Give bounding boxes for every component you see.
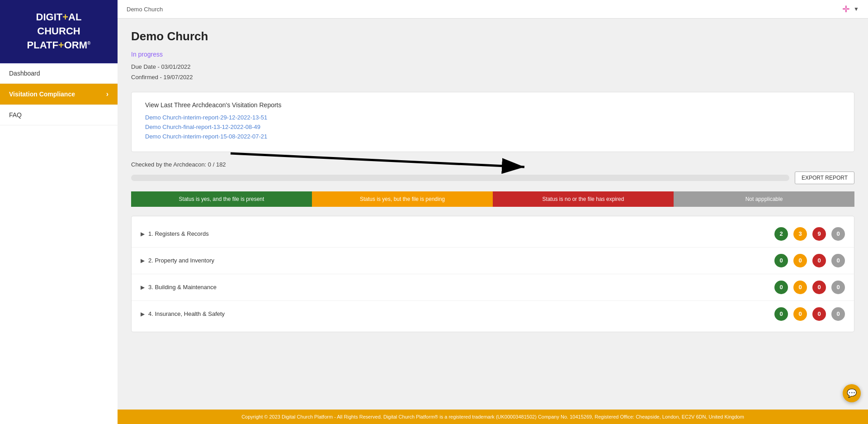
count-yellow-2: 0 <box>793 254 807 267</box>
reports-card: View Last Three Archdeacon's Visitation … <box>131 92 854 152</box>
expand-icon-3[interactable]: ▶ <box>141 284 145 291</box>
count-gray-3: 0 <box>831 281 845 294</box>
logo-line1: DIGIT+AL <box>27 10 91 24</box>
confirmed-date: Confirmed - 19/07/2022 <box>131 72 854 82</box>
category-name-3: 3. Building & Maintenance <box>148 284 774 291</box>
sidebar-item-label: Visitation Compliance <box>9 91 75 98</box>
count-gray-4: 0 <box>831 307 845 321</box>
chat-bubble[interactable]: 💬 <box>843 384 861 402</box>
count-yellow-1: 3 <box>793 227 807 241</box>
count-gray-2: 0 <box>831 254 845 267</box>
progress-label: Checked by the Archdeacon: 0 / 182 <box>131 161 854 168</box>
topbar-right: ✛ ▼ <box>842 4 859 14</box>
expand-icon-4[interactable]: ▶ <box>141 311 145 317</box>
sidebar-nav: Dashboard Visitation Compliance › FAQ <box>0 63 118 424</box>
categories-card: ▶ 1. Registers & Records 2 3 9 0 ▶ 2. Pr… <box>131 216 854 332</box>
table-row: ▶ 4. Insurance, Health & Safety 0 0 0 0 <box>132 301 854 327</box>
sidebar-item-dashboard[interactable]: Dashboard <box>0 63 118 84</box>
sidebar-logo: DIGIT+AL CHURCH PLATF+ORM® <box>0 0 118 63</box>
legend-red: Status is no or the file has expired <box>493 191 674 207</box>
count-green-2: 0 <box>774 254 788 267</box>
reports-heading: View Last Three Archdeacon's Visitation … <box>145 101 840 109</box>
topbar: Demo Church ✛ ▼ <box>118 0 868 19</box>
due-date: Due Date - 03/01/2022 <box>131 62 854 72</box>
count-yellow-4: 0 <box>793 307 807 321</box>
category-name-1: 1. Registers & Records <box>148 230 774 237</box>
category-name-2: 2. Property and Inventory <box>148 257 774 264</box>
category-counts-2: 0 0 0 0 <box>774 254 845 267</box>
count-red-1: 9 <box>812 227 826 241</box>
table-row: ▶ 1. Registers & Records 2 3 9 0 <box>132 221 854 248</box>
logo-line2: CHURCH <box>27 24 91 38</box>
report-link-3[interactable]: Demo Church-interim-report-15-08-2022-07… <box>145 133 840 140</box>
report-link-1[interactable]: Demo Church-interim-report-29-12-2022-13… <box>145 114 840 121</box>
count-red-2: 0 <box>812 254 826 267</box>
legend-green: Status is yes, and the file is present <box>131 191 312 207</box>
legend-bar: Status is yes, and the file is present S… <box>131 191 854 207</box>
count-green-4: 0 <box>774 307 788 321</box>
status-badge[interactable]: In progress <box>131 51 854 58</box>
sidebar-item-label: Dashboard <box>9 70 40 77</box>
sidebar-item-visitation-compliance[interactable]: Visitation Compliance › <box>0 84 118 105</box>
logo-line3: PLATF+ORM® <box>27 38 91 52</box>
count-red-4: 0 <box>812 307 826 321</box>
category-counts-1: 2 3 9 0 <box>774 227 845 241</box>
sidebar-item-label: FAQ <box>9 111 22 119</box>
table-row: ▶ 2. Property and Inventory 0 0 0 0 <box>132 248 854 274</box>
count-gray-1: 0 <box>831 227 845 241</box>
dropdown-arrow[interactable]: ▼ <box>854 6 859 12</box>
progress-section: Checked by the Archdeacon: 0 / 182 <box>131 161 854 184</box>
expand-icon-2[interactable]: ▶ <box>141 257 145 264</box>
count-yellow-3: 0 <box>793 281 807 294</box>
count-green-3: 0 <box>774 281 788 294</box>
category-counts-3: 0 0 0 0 <box>774 281 845 294</box>
count-red-3: 0 <box>812 281 826 294</box>
plus-icon[interactable]: ✛ <box>842 4 850 14</box>
export-report-button[interactable]: EXPORT REPORT <box>795 172 854 184</box>
table-row: ▶ 3. Building & Maintenance 0 0 0 0 <box>132 274 854 301</box>
main-content: Demo Church In progress Due Date - 03/01… <box>118 19 868 424</box>
legend-gray: Not appplicable <box>674 191 854 207</box>
chevron-right-icon: › <box>106 90 108 98</box>
footer-text: Copyright © 2023 Digital Church Platform… <box>241 414 744 419</box>
count-green-1: 2 <box>774 227 788 241</box>
meta-info: Due Date - 03/01/2022 Confirmed - 19/07/… <box>131 62 854 83</box>
report-link-2[interactable]: Demo Church-final-report-13-12-2022-08-4… <box>145 124 840 130</box>
category-counts-4: 0 0 0 0 <box>774 307 845 321</box>
legend-yellow: Status is yes, but the file is pending <box>312 191 493 207</box>
sidebar-item-faq[interactable]: FAQ <box>0 105 118 125</box>
expand-icon-1[interactable]: ▶ <box>141 231 145 237</box>
page-title: Demo Church <box>131 29 854 43</box>
breadcrumb: Demo Church <box>127 6 163 13</box>
sidebar: DIGIT+AL CHURCH PLATF+ORM® Dashboard Vis… <box>0 0 118 424</box>
category-name-4: 4. Insurance, Health & Safety <box>148 310 774 317</box>
progress-bar-bg <box>131 175 789 181</box>
footer: Copyright © 2023 Digital Church Platform… <box>118 410 868 424</box>
